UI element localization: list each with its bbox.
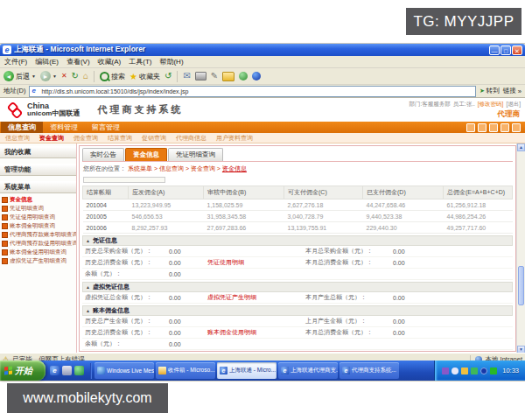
back-button[interactable]: ◄ 后退 ▼ (4, 71, 36, 81)
scrollbar-thumb[interactable] (518, 266, 524, 305)
favorites-button[interactable]: ★ 收藏夹 (130, 72, 160, 81)
start-button[interactable]: 开始 (0, 360, 46, 381)
back-dropdown-icon[interactable]: ▼ (32, 74, 36, 79)
mail-button[interactable]: ✉ (183, 71, 190, 81)
stop-button[interactable]: ✕ (61, 71, 67, 81)
logout-link[interactable]: [退出] (506, 101, 521, 108)
menu-edit[interactable]: 编辑(E) (35, 57, 59, 66)
quicklaunch-ie-icon[interactable]: e (50, 366, 60, 375)
nav-icon[interactable] (466, 123, 475, 132)
breadcrumb-current[interactable]: 资金信息 (222, 165, 247, 172)
tray-icon[interactable] (442, 368, 449, 374)
vertical-scrollbar[interactable]: ▲ ▼ (516, 144, 525, 353)
progress-strip (83, 177, 165, 183)
toolbar-separator (94, 71, 94, 82)
bullet-icon (2, 206, 8, 212)
subnav-item[interactable]: 用户资料查询 (216, 134, 253, 143)
history-button[interactable]: ↺ (164, 71, 172, 81)
menu-file[interactable]: 文件(F) (4, 57, 27, 66)
refresh-button[interactable]: ↻ (72, 71, 79, 81)
window-title: 上海联通 - Microsoft Internet Explorer (14, 45, 489, 55)
home-button[interactable]: ⌂ (83, 71, 88, 81)
taskbar-window-agent1[interactable]: e 上海联通代理商支... (278, 362, 338, 379)
folder-button[interactable] (222, 72, 234, 81)
address-input[interactable]: e http://dls.sh.unicom.local:15010/dls/j… (29, 86, 476, 97)
quicklaunch-media-icon[interactable] (74, 366, 84, 375)
nav-tab-message-mgmt[interactable]: 留言管理 (85, 122, 127, 133)
ledger-commission-detail-link[interactable]: 账本佣金使用明细 (207, 328, 305, 337)
maximize-button[interactable]: □ (500, 46, 511, 55)
china-unicom-logo-icon (5, 101, 24, 120)
sidebar-item[interactable]: 账本佣金明细查询 (2, 221, 76, 230)
menu-tools[interactable]: 工具(T) (129, 57, 151, 66)
taskbar-window-agent2[interactable]: e 代理商支持系统... (340, 362, 399, 379)
tray-icon[interactable] (461, 368, 468, 374)
window-titlebar[interactable]: e 上海联通 - Microsoft Internet Explorer — □… (0, 44, 525, 56)
tray-icon[interactable] (471, 368, 478, 374)
close-button[interactable]: ✕ (512, 46, 522, 55)
col-available: 可支付佣金(C) (284, 186, 363, 200)
sidebar-item[interactable]: 账本佣金使用明细查询 (2, 248, 76, 256)
sidebar-item[interactable]: 凭证明细查询 (2, 204, 76, 213)
tray-icon[interactable] (480, 368, 487, 374)
nav-icon[interactable] (478, 123, 486, 132)
subnav-item[interactable]: 佣金查询 (74, 134, 98, 143)
role-label: 代理商 (498, 109, 521, 120)
nav-icon[interactable] (512, 123, 521, 132)
tray-icon[interactable] (490, 368, 497, 374)
table-row: 201006 8,292,257.93 27,697,283.66 13,139… (83, 222, 513, 234)
subnav-item-current[interactable]: 资金查询 (39, 134, 64, 143)
search-button[interactable]: 搜索 (100, 72, 125, 81)
go-button[interactable]: ➤ 转到 (480, 87, 500, 95)
tab-funds-info[interactable]: 资金信息 (125, 148, 167, 161)
subnav-item[interactable]: 信息查询 (5, 134, 30, 143)
sidebar-item[interactable]: 虚拟凭证产生明细查询 (2, 256, 76, 265)
messenger-button[interactable] (239, 72, 248, 80)
links-button[interactable]: 链接 » (503, 87, 522, 95)
sidebar-section-favorites[interactable]: 我的收藏 (0, 146, 76, 158)
sidebar-item[interactable]: 代理商预存款账本明细查询 (2, 230, 76, 239)
tray-icon[interactable] (452, 368, 458, 374)
nav-icon[interactable] (489, 123, 498, 132)
sidebar-item-funds-info[interactable]: 资金信息 (2, 195, 76, 204)
user-dept: 部门:客服服务部 (410, 101, 451, 108)
section-header-ledger-commission[interactable]: ▲ 账本佣金信息 (82, 305, 513, 316)
voucher-usage-detail-link[interactable]: 凭证使用明细 (207, 258, 305, 267)
subnav-item[interactable]: 代理商信息 (176, 134, 206, 143)
nav-icon[interactable] (500, 123, 509, 132)
forward-button[interactable]: ► ▼ (40, 71, 57, 81)
bluetooth-button[interactable] (252, 72, 261, 80)
tab-voucher-detail[interactable]: 凭证明细查询 (168, 148, 223, 161)
menu-favorites[interactable]: 收藏(A) (98, 57, 122, 66)
scroll-up-arrow[interactable]: ▲ (517, 144, 525, 151)
site-watermark-label: www.mobilekyty.com (7, 383, 168, 413)
nav-tab-info-query[interactable]: 信息查询 (1, 122, 43, 133)
sidebar-section-system-menu[interactable]: 系统菜单 (0, 181, 76, 193)
section-header-virtual-voucher[interactable]: ▲ 虚拟凭证信息 (82, 282, 513, 292)
col-period: 结算帐期 (83, 186, 129, 200)
tab-realtime-notice[interactable]: 实时公告 (82, 148, 124, 161)
subnav-item[interactable]: 促销查询 (142, 134, 166, 143)
taskbar-window-active[interactable]: e 上海联通 - Micro... (217, 362, 276, 379)
quicklaunch-desktop-icon[interactable] (62, 366, 72, 375)
virtual-voucher-detail-link[interactable]: 虚拟凭证产生明细 (207, 293, 305, 302)
forward-dropdown-icon[interactable]: ▼ (52, 74, 57, 79)
menu-help[interactable]: 帮助(H) (159, 57, 183, 66)
back-icon: ◄ (4, 71, 14, 81)
print-button[interactable] (195, 72, 206, 80)
minimize-button[interactable]: — (489, 46, 500, 55)
scroll-down-arrow[interactable]: ▼ (517, 346, 525, 353)
change-password-link[interactable]: [修改密码] (478, 101, 504, 108)
sidebar-item[interactable]: 凭证使用明细查询 (2, 213, 76, 221)
section-header-voucher[interactable]: ▲ 凭证信息 (82, 235, 513, 246)
taskbar-window-inbox[interactable]: 收件箱 - Microso... (156, 362, 215, 379)
sidebar-item[interactable]: 代理商预存款使用明细查询 (2, 239, 76, 248)
nav-tab-data-mgmt[interactable]: 资料管理 (43, 122, 85, 133)
menu-view[interactable]: 查看(V) (66, 57, 90, 66)
subnav-item[interactable]: 结算查询 (108, 134, 132, 143)
edit-button[interactable]: ✎ (211, 71, 218, 81)
sidebar-section-management[interactable]: 管理功能 (0, 164, 76, 176)
toolbar-separator (177, 71, 178, 82)
taskbar-window-wlm[interactable]: Windows Live Mes... (94, 362, 154, 379)
breadcrumb-path[interactable]: 系统菜单 > 信息查询 > 资金查询 > (128, 165, 222, 172)
